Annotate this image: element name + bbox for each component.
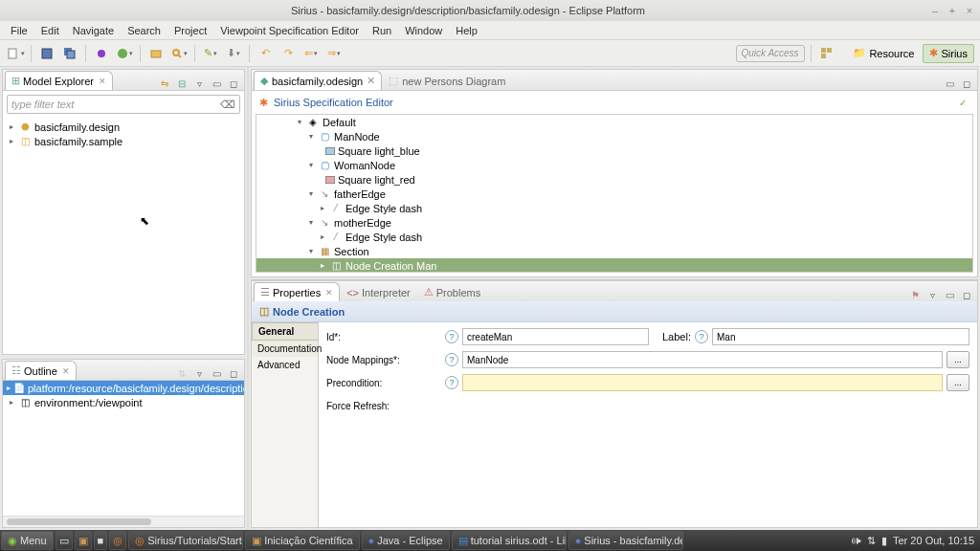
- editor-tab-odesign[interactable]: ◆ basicfamily.odesign ✕: [254, 71, 382, 90]
- tree-item[interactable]: ▾▢ManNode: [256, 129, 972, 143]
- minimize-view-icon[interactable]: ▭: [943, 77, 956, 90]
- precondition-input[interactable]: [462, 374, 943, 391]
- props-tab-documentation[interactable]: Documentation: [252, 341, 318, 357]
- close-icon[interactable]: ✕: [62, 366, 70, 376]
- tree-item[interactable]: ▾◈Default: [256, 115, 972, 129]
- collapse-icon[interactable]: ⊟: [175, 77, 189, 90]
- menu-help[interactable]: Help: [449, 23, 484, 38]
- pin-icon[interactable]: ⚑: [908, 288, 922, 301]
- close-icon[interactable]: ✕: [367, 75, 375, 87]
- tree-item[interactable]: ▸∕Edge Style dash: [256, 230, 972, 244]
- editor-tab-diagram[interactable]: ⬚ new Persons Diagram: [382, 71, 512, 90]
- save-all-button[interactable]: [60, 44, 79, 63]
- os-menu-button[interactable]: ◉Menu: [1, 531, 54, 550]
- minimize-view-icon[interactable]: ▭: [210, 77, 223, 90]
- launcher-firefox[interactable]: ◎: [109, 531, 126, 550]
- open-perspective-button[interactable]: [817, 44, 836, 63]
- view-menu-icon[interactable]: ▿: [192, 77, 206, 90]
- browse-button[interactable]: ...: [947, 374, 969, 391]
- problems-tab[interactable]: ⚠ Problems: [417, 282, 487, 301]
- menu-project[interactable]: Project: [167, 23, 213, 38]
- close-icon[interactable]: ✕: [325, 288, 333, 298]
- quick-access-input[interactable]: Quick Access: [736, 45, 805, 62]
- menu-window[interactable]: Window: [398, 23, 449, 38]
- properties-tab[interactable]: ☰ Properties ✕: [254, 282, 340, 301]
- perspective-sirius[interactable]: ✱Sirius: [923, 44, 974, 63]
- outline-tree[interactable]: ▸📄platform:/resource/basicfamily.design/…: [3, 381, 244, 448]
- view-menu-icon[interactable]: ▿: [192, 366, 206, 380]
- taskbar-item[interactable]: ◎Sirius/Tutorials/Starte...: [128, 531, 243, 550]
- label-input[interactable]: Man: [712, 328, 969, 345]
- menu-vse[interactable]: Viewpoint Specification Editor: [213, 23, 366, 38]
- save-button[interactable]: [37, 44, 56, 63]
- last-edit-button[interactable]: ⇐: [301, 44, 321, 63]
- close-icon[interactable]: ✕: [99, 77, 106, 86]
- model-explorer-tree[interactable]: ▸⬣basicfamily.design ▸◫basicfamily.sampl…: [3, 118, 244, 354]
- build-button[interactable]: [92, 44, 111, 63]
- maximize-view-icon[interactable]: ◻: [227, 366, 240, 380]
- props-tab-general[interactable]: General: [252, 322, 318, 341]
- menu-file[interactable]: File: [4, 23, 34, 38]
- help-icon[interactable]: ?: [695, 330, 708, 343]
- tree-item[interactable]: ▸◫environment:/viewpoint: [3, 395, 244, 409]
- clock[interactable]: Ter 20 Out, 10:15: [893, 535, 974, 546]
- props-tab-advanced[interactable]: Advanced: [252, 357, 318, 373]
- horizontal-scrollbar[interactable]: [3, 516, 244, 527]
- taskbar-item[interactable]: ▤tutorial sirius.odt - Lib...: [452, 531, 567, 550]
- taskbar-item[interactable]: ●Java - Eclipse: [362, 531, 450, 550]
- view-menu-icon[interactable]: ▿: [925, 288, 939, 301]
- maximize-view-icon[interactable]: ◻: [227, 77, 240, 90]
- model-explorer-tab[interactable]: ⊞ Model Explorer ✕: [5, 71, 113, 90]
- battery-icon[interactable]: ▮: [881, 535, 887, 547]
- odesign-tree[interactable]: ▾◈Default ▾▢ManNode Square light_blue ▾▢…: [256, 114, 973, 273]
- menu-search[interactable]: Search: [121, 23, 167, 38]
- tree-item[interactable]: Square light_blue: [256, 143, 972, 158]
- launcher-files[interactable]: ▣: [75, 531, 92, 550]
- id-input[interactable]: createMan: [462, 328, 649, 345]
- clear-filter-icon[interactable]: ⌫: [220, 99, 235, 111]
- back-button[interactable]: ↶: [256, 44, 275, 63]
- help-icon[interactable]: ?: [445, 330, 458, 343]
- sort-icon[interactable]: ⇅: [175, 366, 189, 380]
- tree-item[interactable]: ▾▢WomanNode: [256, 158, 972, 172]
- minimize-button[interactable]: –: [930, 5, 940, 16]
- tree-item[interactable]: ▸∕Edge Style dash: [256, 201, 972, 215]
- menu-run[interactable]: Run: [366, 23, 398, 38]
- next-annotation-button[interactable]: ⇒: [324, 44, 344, 63]
- new-button[interactable]: [6, 44, 25, 63]
- minimize-view-icon[interactable]: ▭: [210, 366, 223, 380]
- menu-edit[interactable]: Edit: [34, 23, 66, 38]
- validate-icon[interactable]: ✓: [956, 96, 969, 109]
- tree-item[interactable]: ▸📄platform:/resource/basicfamily.design/…: [3, 381, 244, 395]
- maximize-view-icon[interactable]: ◻: [960, 288, 973, 301]
- close-window-button[interactable]: ×: [965, 5, 974, 16]
- perspective-resource[interactable]: 📁Resource: [846, 44, 921, 63]
- tree-item[interactable]: ▸⬣basicfamily.design: [7, 120, 240, 134]
- help-icon[interactable]: ?: [445, 353, 458, 366]
- tree-item[interactable]: ▾↘motherEdge: [256, 215, 972, 230]
- tree-item[interactable]: ▸◫basicfamily.sample: [7, 134, 240, 148]
- pin-button[interactable]: ⬇: [224, 44, 243, 63]
- forward-button[interactable]: ↷: [278, 44, 298, 63]
- filter-input[interactable]: type filter text ⌫: [7, 95, 240, 114]
- node-mappings-input[interactable]: ManNode: [462, 351, 943, 368]
- interpreter-tab[interactable]: <> Interpreter: [340, 282, 417, 301]
- maximize-view-icon[interactable]: ◻: [960, 77, 973, 90]
- help-icon[interactable]: ?: [445, 376, 458, 389]
- tree-item-selected[interactable]: ▸◫Node Creation Man: [256, 258, 972, 273]
- launcher-terminal[interactable]: ■: [94, 531, 108, 550]
- maximize-button[interactable]: +: [947, 5, 957, 16]
- outline-tab[interactable]: ☷ Outline ✕: [5, 361, 77, 380]
- toggle-breadcrumb-button[interactable]: ✎: [201, 44, 220, 63]
- network-icon[interactable]: ⇅: [867, 535, 876, 547]
- link-editor-icon[interactable]: ⇆: [158, 77, 171, 90]
- search-button[interactable]: [169, 44, 189, 63]
- open-task-button[interactable]: [146, 44, 166, 63]
- tree-item[interactable]: ▾↘fatherEdge: [256, 187, 972, 201]
- taskbar-item[interactable]: ●Sirius - basicfamily.de...: [568, 531, 683, 550]
- menu-navigate[interactable]: Navigate: [66, 23, 121, 38]
- tree-item[interactable]: ▾▦Section: [256, 244, 972, 258]
- minimize-view-icon[interactable]: ▭: [943, 288, 956, 301]
- tree-item[interactable]: Square light_red: [256, 172, 972, 187]
- show-desktop-button[interactable]: ▭: [56, 531, 73, 550]
